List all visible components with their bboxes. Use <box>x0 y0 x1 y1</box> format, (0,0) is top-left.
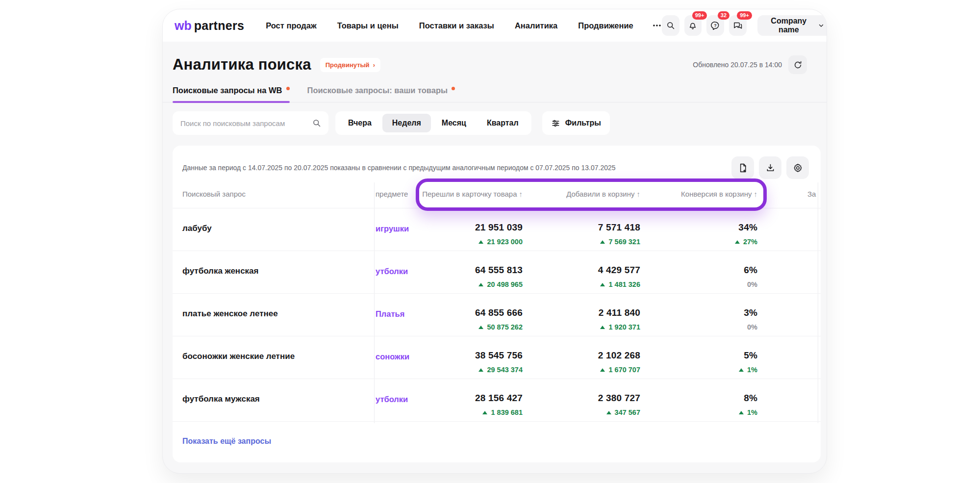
triangle-up-icon <box>606 411 611 414</box>
tab-search-queries-wb[interactable]: Поисковые запросы на WB <box>173 86 290 102</box>
triangle-up-icon <box>478 240 483 244</box>
refresh-button[interactable] <box>788 55 807 74</box>
table-footer: Показать ещё запросы <box>173 423 821 462</box>
more-menu-button[interactable] <box>652 21 662 30</box>
card-opens-delta: 20 498 965 <box>475 280 523 288</box>
filters-button[interactable]: Фильтры <box>542 111 610 135</box>
cart-adds-value: 2 411 840 <box>599 307 640 318</box>
table-row[interactable]: платье женское летнее Платья 64 855 666 … <box>173 294 821 336</box>
triangle-up-icon <box>478 283 483 286</box>
filters-label: Фильтры <box>565 119 601 127</box>
card-opens-delta: 29 543 374 <box>475 366 523 374</box>
sliders-icon <box>551 119 560 128</box>
card-opens-cell: 28 156 427 1 839 681 <box>475 393 523 416</box>
header-cart-conversion[interactable]: Конверсия в корзину↑ <box>681 190 757 198</box>
card-opens-value: 21 951 039 <box>475 222 523 233</box>
cart-adds-value: 7 571 418 <box>598 222 640 233</box>
wb-partners-logo[interactable]: wb partners <box>175 19 244 33</box>
show-more-link[interactable]: Показать ещё запросы <box>182 437 271 446</box>
queries-table: Поисковый запрос предмете Перешли в карт… <box>173 181 821 462</box>
triangle-up-icon <box>478 326 483 329</box>
period-yesterday-button[interactable]: Вчера <box>338 114 381 132</box>
category-link[interactable]: игрушки <box>376 224 452 233</box>
conversion-delta: 1% <box>739 366 757 374</box>
query-cell: босоножки женские летние <box>182 352 295 361</box>
header-query[interactable]: Поисковый запрос <box>182 190 246 198</box>
cart-adds-cell: 2 102 268 1 670 707 <box>598 350 640 374</box>
table-row[interactable]: футболка женская утболки 64 555 813 20 4… <box>173 251 821 294</box>
card-opens-delta: 21 923 000 <box>475 238 523 246</box>
messages-button[interactable]: 99+ <box>729 15 747 36</box>
more-icon <box>652 21 662 30</box>
table-row[interactable]: лабубу игрушки 21 951 039 21 923 000 7 5… <box>173 208 821 251</box>
table-body: лабубу игрушки 21 951 039 21 923 000 7 5… <box>173 208 821 422</box>
period-week-button[interactable]: Неделя <box>382 114 431 132</box>
header-orders-partial[interactable]: За <box>807 190 817 198</box>
category-link[interactable]: утболки <box>376 267 452 276</box>
table-row[interactable]: футболка мужская утболки 28 156 427 1 83… <box>173 379 821 422</box>
conversion-value: 3% <box>744 307 757 318</box>
card-opens-cell: 21 951 039 21 923 000 <box>475 222 523 246</box>
search-input[interactable] <box>180 119 312 127</box>
cart-adds-delta: 1 920 371 <box>599 323 640 331</box>
menu-item-sales-growth[interactable]: Рост продаж <box>266 21 317 30</box>
help-bubble-icon: ? <box>710 21 720 30</box>
category-link[interactable]: соножки <box>376 352 452 361</box>
period-month-button[interactable]: Месяц <box>432 114 476 132</box>
notifications-button[interactable]: 99+ <box>684 15 702 36</box>
table-row[interactable]: босоножки женские летние соножки 38 545 … <box>173 336 821 379</box>
search-icon[interactable] <box>312 118 322 128</box>
updated-label: Обновлено 20.07.25 в 14:00 <box>693 61 782 69</box>
settings-button[interactable] <box>786 156 809 179</box>
triangle-up-icon <box>482 411 487 414</box>
period-quarter-button[interactable]: Квартал <box>477 114 528 132</box>
triangle-up-icon <box>739 368 744 372</box>
company-name-label: Company name <box>765 17 813 34</box>
bell-icon <box>688 21 698 30</box>
conversion-cell: 3% 0% <box>744 307 757 331</box>
create-report-button[interactable] <box>731 156 754 179</box>
tabs-bar: Поисковые запросы на WB Поисковые запрос… <box>163 86 827 102</box>
category-link[interactable]: Платья <box>376 309 452 319</box>
header-card-opens[interactable]: Перешли в карточку товара↑ <box>422 190 523 198</box>
chat-icon <box>733 21 743 30</box>
category-link[interactable]: утболки <box>376 395 452 404</box>
triangle-up-icon <box>739 411 744 414</box>
tab-search-queries-your-goods[interactable]: Поисковые запросы: ваши товары <box>307 86 455 102</box>
panel-actions <box>731 156 809 179</box>
plan-badge[interactable]: Продвинутый › <box>320 58 380 72</box>
notifications-badge: 99+ <box>692 11 707 20</box>
help-button[interactable]: ? 32 <box>706 15 724 36</box>
triangle-up-icon <box>600 283 605 286</box>
file-plus-icon <box>738 163 748 173</box>
menu-item-supplies-orders[interactable]: Поставки и заказы <box>419 21 494 30</box>
card-opens-value: 38 545 756 <box>475 350 523 361</box>
page-header: Аналитика поиска Продвинутый › Обновлено… <box>163 42 827 74</box>
conversion-value: 5% <box>739 350 757 361</box>
header-cart-adds[interactable]: Добавили в корзину↑ <box>566 190 640 198</box>
panel-top: Данные за период с 14.07.2025 по 20.07.2… <box>173 146 821 179</box>
navbar-actions: 99+ ? 32 99+ Company name <box>662 15 827 36</box>
download-icon <box>765 163 776 173</box>
cart-adds-value: 4 429 577 <box>598 265 640 276</box>
company-selector[interactable]: Company name <box>757 15 827 36</box>
menu-item-promotion[interactable]: Продвижение <box>578 21 633 30</box>
menu-item-goods-prices[interactable]: Товары и цены <box>337 21 399 30</box>
cart-adds-value: 2 102 268 <box>598 350 640 361</box>
menu-item-analytics[interactable]: Аналитика <box>515 21 557 30</box>
conversion-cell: 5% 1% <box>739 350 757 374</box>
conversion-delta: 0% <box>744 280 757 288</box>
svg-text:?: ? <box>714 23 717 28</box>
orange-dot-icon <box>286 87 290 90</box>
triangle-up-icon <box>735 240 740 244</box>
logo-partners: partners <box>194 19 244 33</box>
header-cart-adds-label: Добавили в корзину <box>566 190 634 198</box>
download-button[interactable] <box>759 156 781 179</box>
search-button[interactable] <box>662 15 679 36</box>
card-opens-cell: 38 545 756 29 543 374 <box>475 350 523 374</box>
tab-label: Поисковые запросы на WB <box>173 86 282 95</box>
cart-adds-cell: 2 380 727 347 567 <box>598 393 640 416</box>
sort-up-icon: ↑ <box>519 190 523 198</box>
table-header-row: Поисковый запрос предмете Перешли в карт… <box>173 181 821 208</box>
main-menu: Рост продаж Товары и цены Поставки и зак… <box>266 21 633 30</box>
